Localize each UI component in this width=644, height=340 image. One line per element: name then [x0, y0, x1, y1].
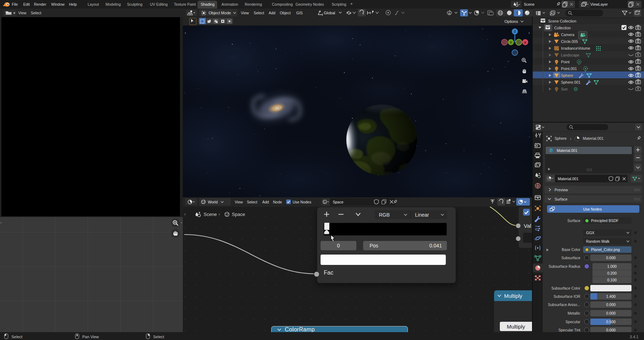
svg-text:Z: Z [514, 29, 516, 33]
svg-text:Y: Y [510, 40, 512, 44]
svg-text:X: X [524, 40, 527, 44]
svg-text:‹: ‹ [528, 30, 530, 35]
svg-text:›: › [185, 30, 186, 35]
